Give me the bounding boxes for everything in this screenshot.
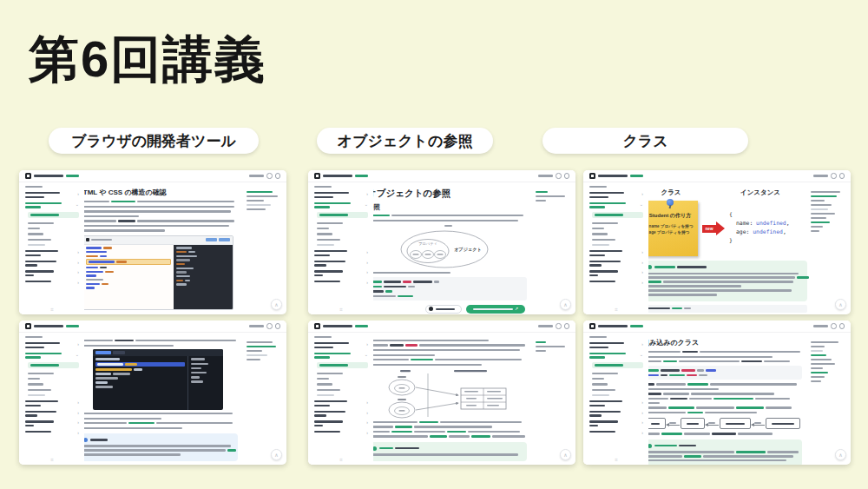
sidebar-subitems[interactable]	[28, 222, 79, 247]
nav-link[interactable]	[66, 175, 79, 176]
sidebar-item-active[interactable]	[592, 362, 643, 368]
sidebar-group[interactable]: ›	[589, 192, 643, 198]
sidebar-group[interactable]: ›	[25, 420, 79, 426]
header-meta[interactable]	[249, 175, 264, 176]
sidebar-group[interactable]: ›	[25, 250, 79, 256]
menu-icon[interactable]	[564, 173, 570, 179]
sidebar-group[interactable]: ›	[314, 250, 368, 256]
sidebar-group[interactable]: ›	[589, 281, 643, 285]
table-of-contents[interactable]	[247, 191, 281, 210]
sidebar-group[interactable]: ›	[589, 342, 643, 348]
back-to-top-button[interactable]: ∧	[271, 299, 282, 310]
back-to-top-button[interactable]: ∧	[560, 449, 571, 460]
sidebar-footer-icon[interactable]: ⌗	[615, 457, 617, 462]
sidebar-group[interactable]: ›	[25, 342, 79, 348]
sidebar-group[interactable]: ›	[589, 250, 643, 256]
header-meta[interactable]	[813, 325, 828, 327]
browser-tab[interactable]	[219, 238, 230, 241]
sidebar-group[interactable]: ›	[314, 281, 368, 285]
nav-link[interactable]	[66, 325, 79, 327]
sidebar-item-active[interactable]	[317, 362, 368, 368]
devtools-tab[interactable]	[113, 351, 125, 354]
table-of-contents[interactable]	[536, 341, 570, 352]
sidebar-group-open[interactable]: ⌄	[589, 353, 643, 359]
sidebar-nav[interactable]: › ⌄ › › › › ⌗	[583, 332, 648, 465]
sidebar-group-open[interactable]: ⌄	[589, 202, 643, 208]
sidebar-group[interactable]: ›	[25, 270, 79, 276]
sidebar-group[interactable]: ›	[589, 270, 643, 276]
menu-icon[interactable]	[839, 323, 845, 329]
table-of-contents[interactable]	[811, 191, 845, 232]
sidebar-subitems[interactable]	[592, 222, 643, 247]
header-meta[interactable]	[813, 175, 828, 176]
sidebar-group[interactable]: ›	[25, 431, 79, 435]
sidebar-subitems[interactable]	[28, 373, 79, 397]
sidebar-group[interactable]: ›	[314, 261, 368, 267]
theme-toggle-icon[interactable]	[266, 323, 273, 329]
back-to-top-button[interactable]: ∧	[835, 299, 846, 310]
theme-toggle-icon[interactable]	[556, 173, 562, 179]
sidebar-nav[interactable]: › ⌄ › › › › ⌗	[308, 332, 373, 465]
sidebar-group[interactable]: ›	[314, 411, 368, 417]
sidebar-group[interactable]: ›	[314, 431, 368, 435]
site-logo-icon[interactable]	[25, 173, 31, 179]
sidebar-group[interactable]: ›	[589, 431, 643, 435]
site-logo-icon[interactable]	[314, 173, 320, 179]
sidebar-group[interactable]: ›	[25, 261, 79, 267]
playground-link-button[interactable]: ↗	[466, 305, 525, 314]
sidebar-group[interactable]: ›	[314, 192, 368, 198]
devtools-tab-active[interactable]	[95, 351, 111, 354]
sidebar-nav[interactable]: › ⌄ › › › › ⌗	[19, 332, 84, 465]
site-logo-icon[interactable]	[589, 323, 595, 329]
header-meta[interactable]	[538, 325, 553, 327]
sidebar-subitems[interactable]	[592, 373, 643, 397]
sidebar-subitems[interactable]	[317, 222, 368, 247]
sidebar-group[interactable]: ›	[589, 411, 643, 417]
header-meta[interactable]	[249, 325, 264, 327]
sidebar-footer-icon[interactable]: ⌗	[339, 457, 342, 462]
sidebar-footer-icon[interactable]: ⌗	[339, 307, 342, 312]
nav-link[interactable]	[630, 175, 643, 176]
sidebar-group[interactable]: ›	[314, 342, 368, 348]
menu-icon[interactable]	[564, 323, 570, 329]
menu-icon[interactable]	[275, 173, 281, 179]
menu-icon[interactable]	[839, 173, 845, 179]
sidebar-group[interactable]: ›	[589, 420, 643, 426]
header-meta[interactable]	[538, 175, 553, 176]
sidebar-group-open[interactable]: ⌄	[314, 202, 368, 208]
sidebar-group[interactable]: ›	[25, 281, 79, 285]
sidebar-footer-icon[interactable]: ⌗	[50, 457, 53, 462]
sidebar-group[interactable]: ›	[25, 411, 79, 417]
nav-link[interactable]	[630, 325, 643, 327]
sidebar-group[interactable]: ›	[25, 192, 79, 198]
sidebar-item-active[interactable]	[592, 212, 643, 218]
sidebar-group-open[interactable]: ⌄	[25, 353, 79, 359]
sidebar-item-active[interactable]	[317, 212, 368, 218]
sidebar-nav[interactable]: › ⌄ › › › › ⌗	[308, 182, 373, 314]
sidebar-group-open[interactable]: ⌄	[314, 353, 368, 359]
sidebar-group[interactable]: ›	[25, 400, 79, 406]
table-of-contents[interactable]	[811, 341, 845, 382]
sidebar-footer-icon[interactable]: ⌗	[615, 307, 617, 312]
theme-toggle-icon[interactable]	[831, 323, 837, 329]
site-logo-icon[interactable]	[589, 173, 595, 179]
menu-icon[interactable]	[275, 323, 281, 329]
sidebar-item-active[interactable]	[28, 362, 79, 368]
browser-tab[interactable]	[206, 238, 217, 241]
sidebar-group[interactable]: ›	[314, 270, 368, 276]
sidebar-group[interactable]: ›	[589, 261, 643, 267]
site-logo-icon[interactable]	[25, 323, 31, 329]
selected-element-row[interactable]	[86, 259, 171, 264]
github-edit-button[interactable]	[425, 305, 462, 314]
site-logo-icon[interactable]	[314, 323, 320, 329]
nav-link[interactable]	[355, 325, 368, 327]
sidebar-item-active[interactable]	[28, 212, 79, 218]
back-to-top-button[interactable]: ∧	[271, 449, 282, 460]
theme-toggle-icon[interactable]	[831, 173, 837, 179]
nav-link[interactable]	[355, 175, 368, 176]
sidebar-subitems[interactable]	[317, 373, 368, 397]
sidebar-nav[interactable]: › ⌄ › › › › ⌗	[583, 182, 648, 314]
sidebar-group[interactable]: ›	[314, 400, 368, 406]
sidebar-group[interactable]: ›	[314, 420, 368, 426]
theme-toggle-icon[interactable]	[556, 323, 562, 329]
